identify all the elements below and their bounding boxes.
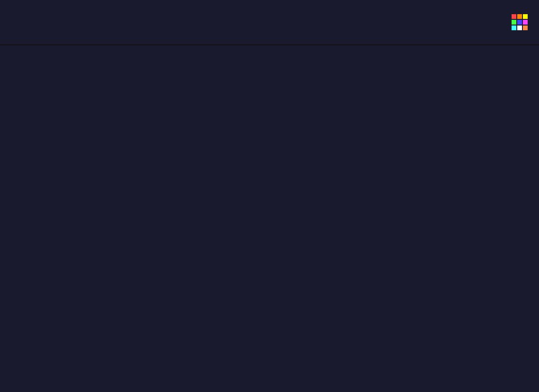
logo-cell-5: [517, 20, 522, 25]
logo-cell-4: [512, 20, 516, 25]
logo-cell-6: [523, 20, 528, 25]
tier-list: [0, 0, 539, 45]
logo-cell-2: [517, 14, 522, 19]
tiermaker-logo: [512, 14, 536, 30]
logo-cell-1: [512, 14, 516, 19]
logo-cell-8: [517, 26, 522, 30]
logo-cell-3: [523, 14, 528, 19]
logo-grid: [512, 14, 528, 30]
logo-cell-7: [512, 26, 516, 30]
logo-cell-9: [523, 26, 528, 30]
header-row: [0, 0, 539, 45]
